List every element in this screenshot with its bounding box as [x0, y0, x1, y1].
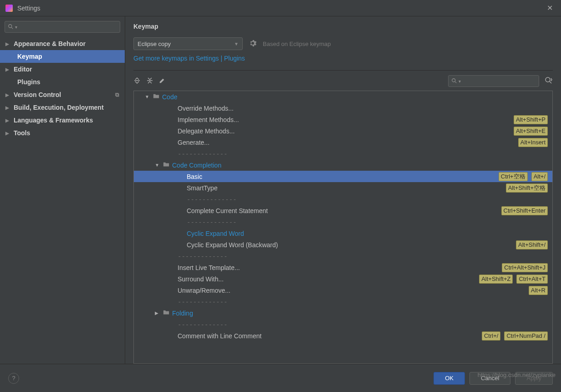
sidebar-item-version-control[interactable]: ▶Version Control⧉ [0, 88, 125, 101]
svg-point-4 [546, 77, 550, 82]
sidebar-item-label: Tools [14, 129, 30, 137]
sidebar-item-keymap[interactable]: Keymap [0, 50, 125, 63]
sidebar-item-label: Appearance & Behavior [14, 40, 86, 47]
collapse-all-icon[interactable] [146, 77, 153, 86]
content-panel: Keymap Eclipse copy ▼ Based on Eclipse k… [125, 16, 561, 364]
shortcut-badge: Alt+Shift+P [514, 115, 548, 124]
tree-folder[interactable]: ▶Folding [134, 307, 552, 319]
tree-label: Delegate Methods... [178, 127, 235, 135]
tree-action[interactable]: Implement Methods...Alt+Shift+P [134, 114, 552, 125]
keymap-dropdown[interactable]: Eclipse copy ▼ [133, 37, 243, 50]
tree-separator-text: ------------- [178, 150, 228, 158]
shortcut-badge: Ctrl+Alt+T [516, 275, 548, 284]
tree-action[interactable]: BasicCtrl+空格Alt+/ [134, 171, 552, 182]
tree-action[interactable]: Cyclic Expand Word [134, 228, 552, 239]
tree-separator: ------------- [134, 296, 552, 307]
tree-action[interactable]: Generate...Alt+Insert [134, 137, 552, 148]
close-icon[interactable]: ✕ [544, 2, 556, 14]
sidebar-item-plugins[interactable]: Plugins [0, 76, 125, 88]
divider [133, 70, 553, 71]
shortcut-badge: Alt+/ [531, 172, 548, 181]
get-more-keymaps-link[interactable]: Get more keymaps in Settings | Plugins [133, 55, 553, 62]
tree-separator-text: ------------- [178, 321, 228, 328]
dialog-footer: ? OK Cancel Apply [0, 364, 561, 392]
tree-separator: ------------- [134, 319, 552, 330]
tree-action[interactable]: Override Methods... [134, 102, 552, 114]
sidebar-item-build-execution-deployment[interactable]: ▶Build, Execution, Deployment [0, 101, 125, 114]
window-title: Settings [17, 5, 41, 12]
find-by-shortcut-icon[interactable] [545, 76, 553, 86]
tree-label: Code [162, 93, 177, 101]
sidebar-item-label: Keymap [17, 53, 42, 60]
gear-icon[interactable] [249, 40, 256, 48]
tree-label: Implement Methods... [178, 116, 239, 123]
shortcut-badge: Alt+Shift+/ [516, 240, 548, 249]
tree-action[interactable]: Unwrap/Remove...Alt+R [134, 285, 552, 296]
tree-action[interactable]: Insert Live Template...Ctrl+Alt+Shift+J [134, 262, 552, 273]
tree-folder[interactable]: ▼Code Completion [134, 159, 552, 171]
apply-button[interactable]: Apply [515, 372, 553, 385]
chevron-down-icon: ▼ [234, 41, 239, 46]
keymap-tree: ▼CodeOverride Methods...Implement Method… [133, 91, 553, 364]
tree-folder[interactable]: ▼Code [134, 91, 552, 102]
svg-line-5 [550, 81, 551, 83]
tree-action[interactable]: Comment with Line CommentCtrl+/Ctrl+NumP… [134, 330, 552, 341]
tree-action[interactable]: Cyclic Expand Word (Backward)Alt+Shift+/ [134, 239, 552, 250]
folder-icon [163, 161, 169, 169]
tree-label: Override Methods... [178, 105, 234, 112]
sidebar-item-tools[interactable]: ▶Tools [0, 127, 125, 139]
keymap-dropdown-value: Eclipse copy [138, 41, 171, 47]
chevron-down-icon: ▼ [145, 94, 150, 99]
chevron-right-icon: ▶ [5, 41, 11, 46]
sidebar-item-label: Version Control [14, 91, 61, 98]
tree-separator-text: ------------- [178, 298, 228, 305]
keymap-toolbar: ▾ [133, 75, 553, 87]
shortcut-group: Alt+R [529, 286, 548, 295]
chevron-right-icon: ▶ [5, 118, 11, 123]
sidebar-item-languages-frameworks[interactable]: ▶Languages & Frameworks [0, 114, 125, 127]
tree-label: SmartType [187, 184, 218, 192]
shortcut-group: Alt+Shift+空格 [506, 183, 548, 193]
tree-label: Complete Current Statement [187, 207, 268, 214]
shortcut-group: Alt+Shift+P [514, 115, 548, 124]
tree-label: Insert Live Template... [178, 264, 240, 271]
expand-all-icon[interactable] [133, 77, 141, 86]
folder-icon [163, 309, 169, 317]
sidebar-item-editor[interactable]: ▶Editor [0, 63, 125, 76]
shortcut-badge: Alt+Insert [518, 138, 548, 147]
shortcut-badge: Alt+R [529, 286, 548, 295]
cancel-button[interactable]: Cancel [469, 372, 510, 385]
tree-label: Cyclic Expand Word (Backward) [187, 241, 278, 249]
tree-separator-text: ------------- [187, 196, 237, 203]
tree-action[interactable]: SmartTypeAlt+Shift+空格 [134, 182, 552, 193]
edit-shortcut-icon[interactable] [159, 77, 165, 85]
shortcut-group: Alt+Shift+/ [516, 240, 548, 249]
tree-separator: ------------- [134, 216, 552, 228]
chevron-down-icon: ▼ [155, 163, 160, 168]
page-title: Keymap [133, 23, 553, 30]
tree-label: Code Completion [172, 162, 221, 169]
svg-point-2 [452, 79, 455, 82]
tree-action[interactable]: Complete Current StatementCtrl+Shift+Ent… [134, 205, 552, 216]
svg-point-0 [9, 25, 12, 28]
shortcut-group: Ctrl+Alt+Shift+J [502, 263, 548, 272]
tree-separator-text: ------------- [178, 253, 228, 260]
svg-line-3 [455, 81, 457, 83]
shortcut-badge: Ctrl+Alt+Shift+J [502, 263, 548, 272]
based-on-label: Based on Eclipse keymap [263, 41, 331, 47]
shortcut-badge: Alt+Shift+Z [479, 275, 513, 284]
ok-button[interactable]: OK [434, 372, 465, 385]
chevron-right-icon: ▶ [5, 92, 11, 97]
tree-label: Folding [172, 310, 193, 317]
shortcut-group: Alt+Shift+E [514, 127, 548, 136]
tree-action[interactable]: Delegate Methods...Alt+Shift+E [134, 125, 552, 137]
sidebar-search-input[interactable]: ▾ [5, 21, 120, 33]
shortcut-group: Alt+Insert [518, 138, 548, 147]
shortcut-group: Ctrl+/Ctrl+NumPad / [482, 331, 548, 341]
tree-action[interactable]: Surround With...Alt+Shift+ZCtrl+Alt+T [134, 273, 552, 285]
help-button[interactable]: ? [8, 373, 19, 384]
shortcut-badge: Alt+Shift+E [514, 127, 548, 136]
keymap-search-input[interactable]: ▾ [448, 75, 539, 87]
sidebar-item-appearance-behavior[interactable]: ▶Appearance & Behavior [0, 37, 125, 50]
svg-line-1 [11, 27, 13, 29]
